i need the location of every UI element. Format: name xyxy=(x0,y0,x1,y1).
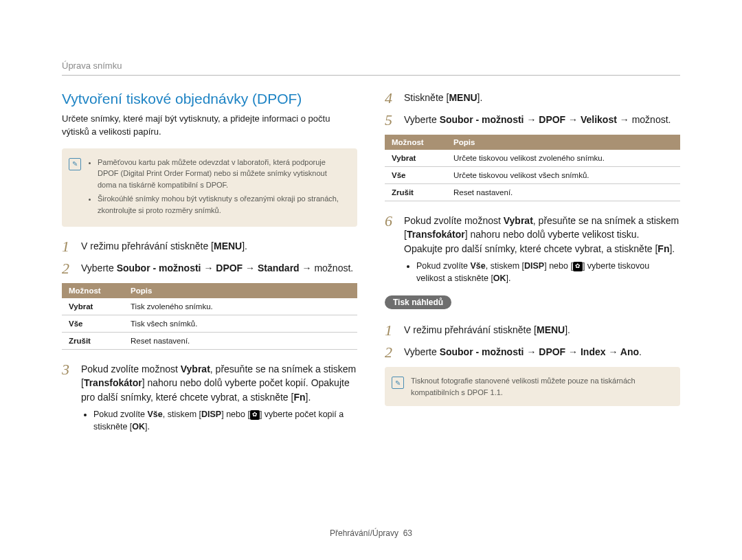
bullet-text: Pokud zvolíte xyxy=(416,261,471,271)
note-list: Paměťovou kartu pak můžete odevzdat v la… xyxy=(88,157,348,219)
step-number: 2 xyxy=(385,345,396,360)
table-row: ZrušitReset nastavení. xyxy=(385,184,680,201)
desc-cell: Tisk všech snímků. xyxy=(124,315,357,333)
step-number: 3 xyxy=(62,362,73,433)
bullet-text: , stiskem [ xyxy=(163,410,201,419)
ok-key: OK xyxy=(493,272,506,284)
step-text: . xyxy=(639,346,642,357)
step-number: 1 xyxy=(385,323,396,338)
steps-list: 3 Pokud zvolíte možnost Vybrat, přesuňte… xyxy=(62,362,357,433)
right-column: 4 Stiskněte [MENU]. 5 Vyberte Soubor - m… xyxy=(385,91,680,440)
opt-cell: Vybrat xyxy=(385,150,447,167)
bullet-text: , stiskem [ xyxy=(486,261,524,271)
disp-key: DISP xyxy=(201,408,221,421)
page-number: 63 xyxy=(403,528,412,538)
step-body: Pokud zvolíte možnost Vybrat, přesuňte s… xyxy=(404,214,680,284)
desc-cell: Určete tiskovou velikost všech snímků. xyxy=(447,167,680,184)
step-text: ]. xyxy=(242,240,247,251)
menu-path: Soubor - možnosti → DPOF → Velikost → xyxy=(440,114,629,125)
bullet-text: ] nebo [ xyxy=(221,410,250,419)
step-text: Vyberte xyxy=(404,346,440,357)
step-body: V režimu přehrávání stiskněte [MENU]. xyxy=(81,239,357,254)
step-text: Vyberte xyxy=(81,262,117,273)
bold-text: Vše xyxy=(471,261,486,271)
bullet-text: ] nebo [ xyxy=(544,261,573,271)
step-item: 6 Pokud zvolíte možnost Vybrat, přesuňte… xyxy=(385,214,680,284)
step-number: 6 xyxy=(385,214,396,284)
step-text: možnost. xyxy=(312,262,354,273)
macro-icon: ✿ xyxy=(250,410,260,420)
step-item: 1 V režimu přehrávání stiskněte [MENU]. xyxy=(62,239,357,254)
step-text: možnost. xyxy=(629,114,671,125)
step-item: 5 Vyberte Soubor - možnosti → DPOF → Vel… xyxy=(385,113,680,128)
breadcrumb: Úprava snímku xyxy=(62,60,680,76)
col-header-desc: Popis xyxy=(447,135,680,150)
fn-key: Fn xyxy=(293,390,305,404)
bold-text: Vše xyxy=(148,410,163,419)
step-item: 1 V režimu přehrávání stiskněte [MENU]. xyxy=(385,323,680,338)
step-text: ]. xyxy=(565,324,570,335)
left-column: Vytvoření tiskové objednávky (DPOF) Urče… xyxy=(62,91,357,440)
col-header-option: Možnost xyxy=(62,283,124,298)
bullet-text: Pokud zvolíte xyxy=(93,410,148,419)
intro-paragraph: Určete snímky, které mají být vytisknuty… xyxy=(62,113,357,139)
menu-key: MENU xyxy=(214,239,242,253)
desc-cell: Reset nastavení. xyxy=(447,184,680,201)
options-table: Možnost Popis VybratTisk zvoleného snímk… xyxy=(62,283,357,350)
step-text: Pokud zvolíte možnost xyxy=(81,363,181,374)
steps-list: 4 Stiskněte [MENU]. 5 Vyberte Soubor - m… xyxy=(385,91,680,128)
opt-cell: Vše xyxy=(62,315,124,333)
note-text: Tisknout fotografie stanovené velikosti … xyxy=(411,375,671,398)
note-icon: ✎ xyxy=(392,377,404,389)
table-row: ZrušitReset nastavení. xyxy=(62,333,357,350)
step-text: Pokud zvolíte možnost xyxy=(404,215,504,226)
table-row: VybratTisk zvoleného snímku. xyxy=(62,298,357,315)
step-body: Stiskněte [MENU]. xyxy=(404,91,680,106)
note-item: Paměťovou kartu pak můžete odevzdat v la… xyxy=(98,157,348,191)
table-header-row: Možnost Popis xyxy=(385,135,680,150)
bold-text: Transfokátor xyxy=(84,377,142,388)
table-row: VybratUrčete tiskovou velikost zvoleného… xyxy=(385,150,680,167)
step-text: Vyberte xyxy=(404,114,440,125)
step-body: Pokud zvolíte možnost Vybrat, přesuňte s… xyxy=(81,362,357,433)
menu-path: Soubor - možnosti → DPOF → Standard → xyxy=(117,262,312,273)
step-body: Vyberte Soubor - možnosti → DPOF → Stand… xyxy=(81,261,357,276)
step-text: V režimu přehrávání stiskněte [ xyxy=(404,324,537,335)
sub-bullet: Pokud zvolíte Vše, stiskem [DISP] nebo [… xyxy=(416,260,680,284)
section-heading: Vytvoření tiskové objednávky (DPOF) xyxy=(62,91,357,107)
desc-cell: Tisk zvoleného snímku. xyxy=(124,298,357,315)
desc-cell: Reset nastavení. xyxy=(124,333,357,350)
ok-key: OK xyxy=(132,421,145,433)
two-column-layout: Vytvoření tiskové objednávky (DPOF) Urče… xyxy=(62,91,680,440)
step-body: Vyberte Soubor - možnosti → DPOF → Index… xyxy=(404,345,680,360)
table-row: VšeUrčete tiskovou velikost všech snímků… xyxy=(385,167,680,184)
sub-bullet-list: Pokud zvolíte Vše, stiskem [DISP] nebo [… xyxy=(416,260,680,284)
step-text: Stiskněte [ xyxy=(404,92,449,103)
subsection-pill: Tisk náhledů xyxy=(385,295,451,309)
footer-section: Přehrávání/Úpravy xyxy=(330,528,398,538)
note-box: ✎ Paměťovou kartu pak můžete odevzdat v … xyxy=(62,148,357,227)
step-number: 1 xyxy=(62,239,73,254)
note-icon: ✎ xyxy=(69,158,81,170)
bold-text: Transfokátor xyxy=(407,229,465,240)
step-item: 4 Stiskněte [MENU]. xyxy=(385,91,680,106)
step-item: 3 Pokud zvolíte možnost Vybrat, přesuňte… xyxy=(62,362,357,433)
step-number: 5 xyxy=(385,113,396,128)
step-text: ]. xyxy=(477,92,483,103)
menu-key: MENU xyxy=(537,323,565,337)
sub-bullet-list: Pokud zvolíte Vše, stiskem [DISP] nebo [… xyxy=(93,408,357,433)
bold-text: Vybrat xyxy=(504,215,533,226)
opt-cell: Vybrat xyxy=(62,298,124,315)
steps-list: 6 Pokud zvolíte možnost Vybrat, přesuňte… xyxy=(385,214,680,284)
steps-list: 1 V režimu přehrávání stiskněte [MENU]. … xyxy=(62,239,357,276)
steps-list: 1 V režimu přehrávání stiskněte [MENU]. … xyxy=(385,323,680,360)
desc-cell: Určete tiskovou velikost zvoleného snímk… xyxy=(447,150,680,167)
menu-key: MENU xyxy=(449,91,477,104)
step-body: V režimu přehrávání stiskněte [MENU]. xyxy=(404,323,680,338)
bold-text: Vybrat xyxy=(181,363,210,374)
manual-page: Úprava snímku Vytvoření tiskové objednáv… xyxy=(0,0,742,560)
opt-cell: Zrušit xyxy=(385,184,447,201)
note-item: Širokoúhlé snímky mohou být vytisknuty s… xyxy=(98,193,348,216)
options-table: Možnost Popis VybratUrčete tiskovou veli… xyxy=(385,135,680,201)
step-number: 4 xyxy=(385,91,396,106)
